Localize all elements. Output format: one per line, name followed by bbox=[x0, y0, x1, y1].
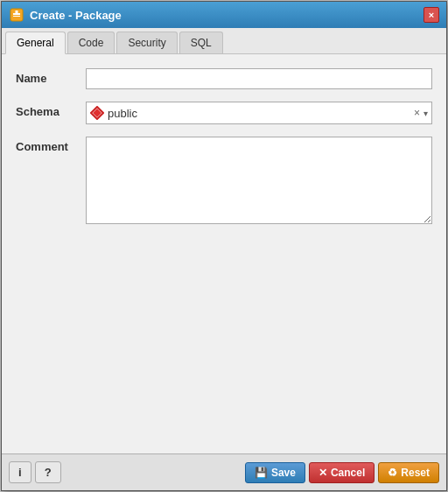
schema-clear-button[interactable]: × bbox=[414, 107, 420, 119]
cancel-label: Cancel bbox=[331, 467, 365, 479]
tab-general[interactable]: General bbox=[5, 32, 66, 54]
save-button[interactable]: 💾 Save bbox=[245, 462, 305, 483]
cancel-button[interactable]: ✕ Cancel bbox=[309, 462, 374, 483]
save-label: Save bbox=[271, 467, 296, 479]
schema-dropdown-icon[interactable]: ▾ bbox=[424, 109, 428, 118]
form-content: Name Schema public × ▾ bbox=[2, 54, 446, 453]
name-input[interactable] bbox=[86, 68, 432, 89]
footer-left: i ? bbox=[9, 461, 61, 483]
schema-db-icon bbox=[90, 106, 104, 120]
reset-label: Reset bbox=[401, 467, 430, 479]
info-button[interactable]: i bbox=[9, 461, 32, 483]
name-label: Name bbox=[16, 68, 86, 85]
title-bar: Create - Package × bbox=[2, 2, 446, 28]
title-bar-left: Create - Package bbox=[9, 7, 122, 23]
footer-right: 💾 Save ✕ Cancel ♻ Reset bbox=[245, 462, 439, 483]
save-icon: 💾 bbox=[255, 467, 268, 479]
schema-select[interactable]: public × ▾ bbox=[86, 102, 432, 124]
svg-rect-1 bbox=[13, 13, 20, 15]
reset-button[interactable]: ♻ Reset bbox=[378, 462, 439, 483]
svg-rect-2 bbox=[13, 16, 20, 17]
close-button[interactable]: × bbox=[424, 7, 439, 23]
name-control bbox=[86, 68, 432, 89]
comment-control bbox=[86, 137, 432, 227]
footer: i ? 💾 Save ✕ Cancel ♻ Reset bbox=[2, 453, 446, 490]
comment-row: Comment bbox=[16, 137, 432, 227]
tab-bar: General Code Security SQL bbox=[2, 28, 446, 54]
schema-row: Schema public × ▾ bbox=[16, 102, 432, 124]
reset-icon: ♻ bbox=[388, 467, 397, 479]
cancel-icon: ✕ bbox=[318, 467, 327, 479]
schema-label: Schema bbox=[16, 102, 86, 118]
tab-security[interactable]: Security bbox=[116, 32, 177, 53]
comment-input[interactable] bbox=[86, 137, 432, 224]
schema-control: public × ▾ bbox=[86, 102, 432, 124]
name-row: Name bbox=[16, 68, 432, 89]
comment-label: Comment bbox=[16, 137, 86, 153]
help-button[interactable]: ? bbox=[35, 461, 61, 483]
window-title: Create - Package bbox=[30, 9, 122, 22]
svg-rect-3 bbox=[16, 11, 18, 13]
main-window: Create - Package × General Code Security… bbox=[1, 1, 447, 491]
tab-sql[interactable]: SQL bbox=[179, 32, 223, 53]
schema-value-text: public bbox=[108, 107, 410, 120]
tab-code[interactable]: Code bbox=[67, 32, 116, 53]
package-icon bbox=[9, 7, 24, 23]
